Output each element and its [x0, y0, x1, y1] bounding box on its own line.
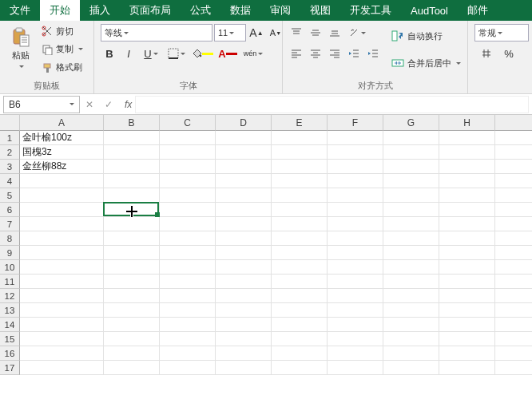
row-header[interactable]: 17	[0, 361, 20, 375]
column-header[interactable]	[495, 115, 532, 131]
cell[interactable]	[272, 318, 328, 332]
cell[interactable]	[328, 160, 383, 174]
cell[interactable]	[495, 160, 532, 174]
cut-button[interactable]: 剪切	[38, 22, 86, 40]
cell[interactable]	[20, 346, 104, 361]
cell[interactable]	[272, 303, 328, 318]
cell[interactable]	[216, 260, 272, 275]
column-header[interactable]: H	[439, 115, 495, 131]
border-button[interactable]	[165, 45, 189, 62]
row-header[interactable]: 12	[0, 289, 20, 303]
tab-review[interactable]: 审阅	[260, 0, 300, 21]
cell[interactable]	[272, 346, 328, 361]
merge-center-button[interactable]: 合并后居中	[388, 54, 464, 72]
decrease-indent-button[interactable]	[345, 45, 363, 62]
cell[interactable]	[383, 145, 439, 160]
cell[interactable]	[272, 289, 328, 303]
cell[interactable]	[383, 332, 439, 346]
row-header[interactable]: 15	[0, 332, 20, 346]
cell[interactable]	[439, 275, 495, 289]
cell[interactable]	[439, 260, 495, 275]
ruby-button[interactable]: wén	[241, 45, 265, 62]
tab-mail[interactable]: 邮件	[458, 0, 498, 21]
cell[interactable]	[272, 231, 328, 246]
cell[interactable]	[160, 346, 216, 361]
cell[interactable]	[20, 303, 104, 318]
row-header[interactable]: 13	[0, 303, 20, 318]
cell[interactable]	[104, 361, 160, 375]
column-header[interactable]: C	[160, 115, 216, 131]
cell[interactable]	[272, 174, 328, 188]
cell[interactable]	[216, 303, 272, 318]
tab-layout[interactable]: 页面布局	[120, 0, 181, 21]
cell[interactable]	[20, 289, 104, 303]
cell[interactable]	[160, 332, 216, 346]
cell[interactable]	[272, 246, 328, 260]
cell[interactable]	[383, 231, 439, 246]
cell[interactable]	[216, 174, 272, 188]
cell[interactable]	[495, 303, 532, 318]
cell[interactable]	[20, 246, 104, 260]
cell[interactable]	[104, 332, 160, 346]
cell[interactable]	[216, 346, 272, 361]
align-middle-button[interactable]	[307, 24, 324, 41]
row-header[interactable]: 16	[0, 346, 20, 361]
cell[interactable]	[20, 361, 104, 375]
tab-developer[interactable]: 开发工具	[340, 0, 401, 21]
align-left-button[interactable]	[288, 45, 305, 62]
cell[interactable]	[383, 260, 439, 275]
cell[interactable]	[383, 174, 439, 188]
cell[interactable]	[272, 217, 328, 231]
cell[interactable]	[495, 188, 532, 203]
cell[interactable]	[104, 275, 160, 289]
cell[interactable]	[439, 289, 495, 303]
cell[interactable]	[160, 318, 216, 332]
tab-file[interactable]: 文件	[0, 0, 40, 21]
align-right-button[interactable]	[326, 45, 343, 62]
row-header[interactable]: 10	[0, 260, 20, 275]
cell[interactable]	[216, 131, 272, 145]
tab-formulas[interactable]: 公式	[181, 0, 220, 21]
cell[interactable]	[328, 188, 383, 203]
cell[interactable]	[328, 361, 383, 375]
cell[interactable]	[216, 361, 272, 375]
cell[interactable]	[20, 217, 104, 231]
cell[interactable]: 金叶榆100z	[20, 131, 104, 145]
column-header[interactable]: D	[216, 115, 272, 131]
cell[interactable]	[328, 217, 383, 231]
cell[interactable]	[20, 275, 104, 289]
cell[interactable]	[20, 188, 104, 203]
cell[interactable]	[495, 246, 532, 260]
cell[interactable]	[160, 131, 216, 145]
cell[interactable]	[104, 131, 160, 145]
cell[interactable]	[104, 188, 160, 203]
cell[interactable]	[160, 217, 216, 231]
cell[interactable]	[439, 203, 495, 217]
cell[interactable]	[272, 361, 328, 375]
row-header[interactable]: 9	[0, 246, 20, 260]
cell[interactable]	[328, 260, 383, 275]
cell[interactable]	[216, 145, 272, 160]
cell[interactable]	[383, 289, 439, 303]
cell[interactable]	[272, 188, 328, 203]
cell[interactable]	[328, 246, 383, 260]
decrease-font-button[interactable]: A▼	[267, 24, 284, 41]
cell[interactable]	[495, 131, 532, 145]
cell[interactable]	[328, 346, 383, 361]
cell[interactable]	[495, 217, 532, 231]
cell[interactable]	[439, 160, 495, 174]
row-header[interactable]: 4	[0, 174, 20, 188]
cell[interactable]	[495, 174, 532, 188]
orientation-button[interactable]	[345, 24, 369, 41]
cell[interactable]	[272, 131, 328, 145]
cell[interactable]	[383, 361, 439, 375]
copy-button[interactable]: 复制	[38, 41, 86, 58]
cell[interactable]	[495, 318, 532, 332]
cell[interactable]	[383, 318, 439, 332]
cell[interactable]	[104, 260, 160, 275]
tab-data[interactable]: 数据	[220, 0, 260, 21]
cell[interactable]	[272, 275, 328, 289]
cell[interactable]	[160, 145, 216, 160]
cell[interactable]	[495, 289, 532, 303]
cell[interactable]	[328, 203, 383, 217]
